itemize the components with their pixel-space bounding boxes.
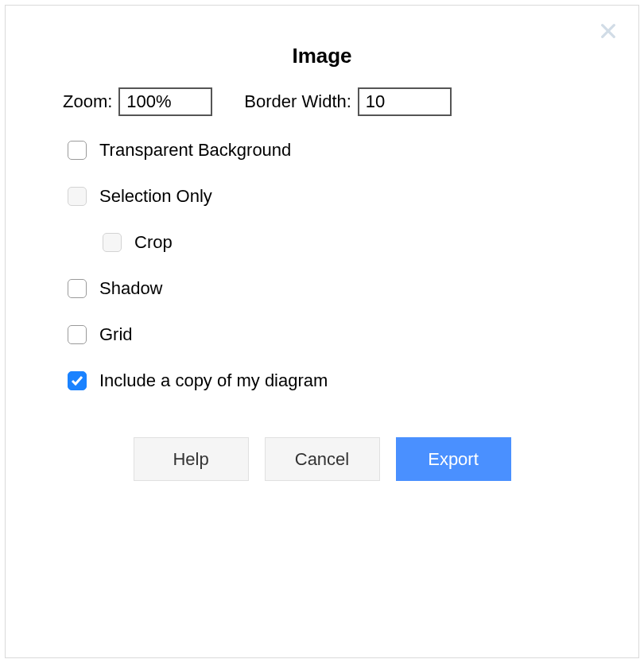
crop-option: Crop bbox=[68, 232, 615, 253]
zoom-label: Zoom: bbox=[63, 91, 112, 112]
transparent-background-option: Transparent Background bbox=[68, 140, 615, 161]
grid-option: Grid bbox=[68, 324, 615, 345]
selection-only-checkbox bbox=[68, 187, 87, 206]
close-button[interactable] bbox=[597, 20, 619, 42]
input-row: Zoom: Border Width: bbox=[29, 87, 615, 116]
cancel-button[interactable]: Cancel bbox=[265, 437, 380, 481]
help-button[interactable]: Help bbox=[134, 437, 249, 481]
selection-only-option: Selection Only bbox=[68, 186, 615, 207]
selection-only-label: Selection Only bbox=[99, 186, 212, 207]
include-copy-checkbox[interactable] bbox=[68, 371, 87, 390]
border-width-label: Border Width: bbox=[244, 91, 351, 112]
shadow-option: Shadow bbox=[68, 278, 615, 299]
include-copy-option: Include a copy of my diagram bbox=[68, 370, 615, 391]
crop-checkbox bbox=[103, 233, 122, 252]
include-copy-label: Include a copy of my diagram bbox=[99, 370, 328, 391]
grid-checkbox[interactable] bbox=[68, 325, 87, 344]
close-icon bbox=[599, 22, 617, 40]
dialog-title: Image bbox=[29, 44, 615, 68]
border-width-input[interactable] bbox=[358, 87, 452, 116]
zoom-input[interactable] bbox=[118, 87, 212, 116]
transparent-background-label: Transparent Background bbox=[99, 140, 291, 161]
button-row: Help Cancel Export bbox=[29, 437, 615, 481]
shadow-checkbox[interactable] bbox=[68, 279, 87, 298]
shadow-label: Shadow bbox=[99, 278, 163, 299]
crop-label: Crop bbox=[134, 232, 173, 253]
image-export-dialog: Image Zoom: Border Width: Transparent Ba… bbox=[5, 5, 639, 658]
export-button[interactable]: Export bbox=[396, 437, 511, 481]
options-list: Transparent Background Selection Only Cr… bbox=[29, 140, 615, 391]
transparent-background-checkbox[interactable] bbox=[68, 141, 87, 160]
grid-label: Grid bbox=[99, 324, 133, 345]
